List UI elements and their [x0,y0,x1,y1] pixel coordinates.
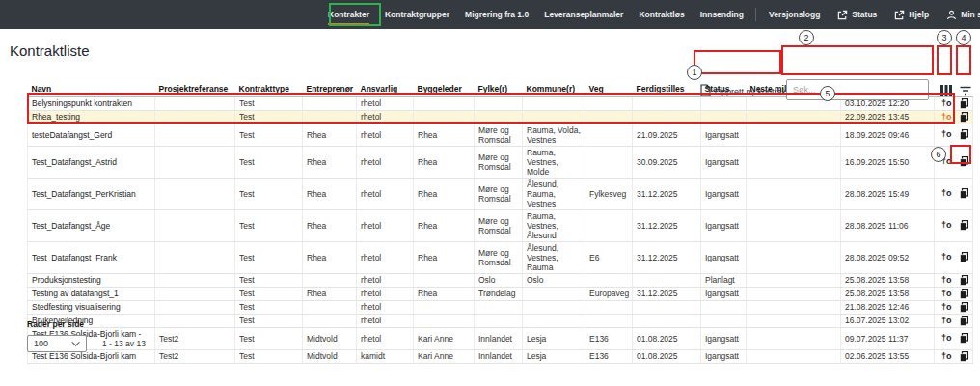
top-navbar: Kontrakter Kontraktgrupper Migrering fra… [0,0,980,29]
copy-icon[interactable] [960,220,968,231]
transfer-icon[interactable]: †o [941,276,952,285]
column-header-prosjektreferanse[interactable]: Prosjektreferanse [155,81,235,96]
cell-ferdigstilles: 31.12.2025 [633,241,701,273]
nav-item-status[interactable]: Status [829,0,885,29]
nav-item-min-side[interactable]: Min side [938,0,980,29]
transfer-icon[interactable]: †o [941,157,952,166]
table-row[interactable]: Testing av datafangst_1 Test Rhea rhetol… [28,287,973,300]
cell-navn: Test_Datafangst_Åge [28,209,155,241]
cell-veg: E136 [585,327,633,349]
column-header-navn[interactable]: Navn [28,81,155,96]
cell-entreprenor [303,96,357,110]
cell-actions: †o [935,314,973,327]
document-plus-icon [700,84,711,98]
nav-label: Migrering fra 1.0 [465,10,529,19]
table-row[interactable]: Brukerveiledning Test rhetol 16.07.2025 … [28,314,973,327]
table-row[interactable]: testeDatafangst_Gerd Test Rhea rhetol Rh… [28,124,973,146]
table-row[interactable]: Test_Datafangst_PerKristian Test Rhea rh… [28,178,973,209]
transfer-icon[interactable]: †o [941,352,952,361]
copy-icon[interactable] [960,351,968,362]
column-header-ansvarlig[interactable]: Ansvarlig [357,81,414,96]
transfer-icon[interactable]: †o [941,130,952,139]
transfer-icon[interactable]: †o [941,189,952,198]
table-row[interactable]: Rhea_testing Test rhetol 22.09.2025 13:4… [28,110,973,124]
table-row[interactable]: Test_Datafangst_Astrid Test Rhea rhetol … [28,146,973,178]
transfer-icon[interactable]: †o [941,334,952,343]
copy-icon[interactable] [960,252,968,262]
nav-item-versjonslogg[interactable]: Versjonslogg [760,0,829,29]
cell-entreprenor: Rhea [303,124,357,146]
search-input[interactable] [786,79,929,100]
nav-item-kontrakter[interactable]: Kontrakter [320,0,377,29]
cell-prosjektreferanse [155,287,235,300]
nav-label: Leveranseplanmaler [544,10,623,19]
transfer-icon[interactable]: †o [941,290,952,298]
copy-icon[interactable] [960,275,968,286]
cell-navn: Test_Datafangst_Frank [28,241,155,273]
transfer-icon[interactable]: †o [941,303,952,312]
cell-neste-milepael [747,300,841,314]
nav-item-innsending[interactable]: Innsending [693,0,751,29]
cell-kontrakttype: Test [235,287,303,300]
copy-icon[interactable] [960,289,968,299]
rows-per-page-select[interactable]: 100 [27,335,87,352]
cell-ferdigstilles [633,96,701,110]
filter-icon [960,84,971,98]
cell-neste-milepael [747,273,841,287]
transfer-icon[interactable]: †o [941,253,952,262]
transfer-icon[interactable]: †o [941,317,952,325]
create-contract-button[interactable]: Opprett ny kontrakt [700,84,789,98]
cell-kommuner [523,300,585,314]
cell-ansvarlig: rhetol [357,327,414,349]
column-header-byggeleder[interactable]: Byggeleder [414,81,475,96]
cell-entreprenor: Rhea [303,241,357,273]
nav-item-migrering[interactable]: Migrering fra 1.0 [457,0,536,29]
cell-kontrakttype: Test [235,209,303,241]
cell-kontrakttype: Test [235,110,303,124]
nav-item-hjelp[interactable]: Hjelp [885,0,938,29]
cell-veg [585,110,633,124]
cell-veg: Europaveg [585,287,633,300]
cell-sist-endret: 28.08.2025 09:52 [841,241,935,273]
transfer-icon[interactable]: †o [941,99,952,108]
column-header-entreprenor[interactable]: Entreprenør [303,81,357,96]
column-header-veg[interactable]: Veg [585,81,633,96]
cell-entreprenor [303,300,357,314]
copy-icon[interactable] [960,316,968,326]
transfer-icon[interactable]: †o [941,113,952,122]
cell-status: Igangsatt [701,287,747,300]
nav-item-kontraktlos[interactable]: Kontraktløs [631,0,692,29]
cell-byggeleder: Rhea [414,124,475,146]
cell-sist-endret: 28.08.2025 11:06 [841,209,935,241]
copy-icon[interactable] [960,98,968,109]
column-header-fylker[interactable]: Fylke(r) [475,81,523,96]
copy-icon[interactable] [960,112,968,123]
table-row[interactable]: Test E136 Solsida-Bjorli kam Test2 Test … [28,349,973,363]
copy-icon[interactable] [960,188,968,199]
filter-button[interactable] [958,83,973,98]
column-header-kontrakttype[interactable]: Kontrakttype [235,81,303,96]
cell-entreprenor: Rhea [303,146,357,178]
cell-ferdigstilles: 30.09.2025 [633,146,701,178]
table-row[interactable]: Produksjonstesting Test rhetol Oslo Oslo… [28,273,973,287]
copy-icon[interactable] [960,302,968,313]
cell-ansvarlig: rhetol [357,300,414,314]
table-row[interactable]: Test E136 Solsida-Bjorli kam - Kopi Test… [28,327,973,349]
column-header-ferdigstilles[interactable]: Ferdigstilles [633,81,701,96]
cell-entreprenor: Midtvold [303,349,357,363]
copy-icon[interactable] [960,129,968,140]
transfer-icon[interactable]: †o [941,221,952,230]
nav-item-kontraktgrupper[interactable]: Kontraktgrupper [377,0,457,29]
column-header-kommuner[interactable]: Kommune(r) [523,81,585,96]
nav-label: Status [852,10,877,19]
copy-icon[interactable] [960,333,968,344]
cell-kontrakttype: Test [235,314,303,327]
nav-item-leveranseplanmaler[interactable]: Leveranseplanmaler [536,0,631,29]
cell-sist-endret: 22.09.2025 13:45 [841,110,935,124]
cell-navn: Test_Datafangst_Astrid [28,146,155,178]
table-row[interactable]: Test_Datafangst_Frank Test Rhea rhetol R… [28,241,973,273]
table-row[interactable]: Test_Datafangst_Åge Test Rhea rhetol Rhe… [28,209,973,241]
copy-icon[interactable] [960,156,968,167]
table-row[interactable]: Stedfesting visualisering Test rhetol 21… [28,300,973,314]
column-settings-button[interactable] [939,83,954,98]
